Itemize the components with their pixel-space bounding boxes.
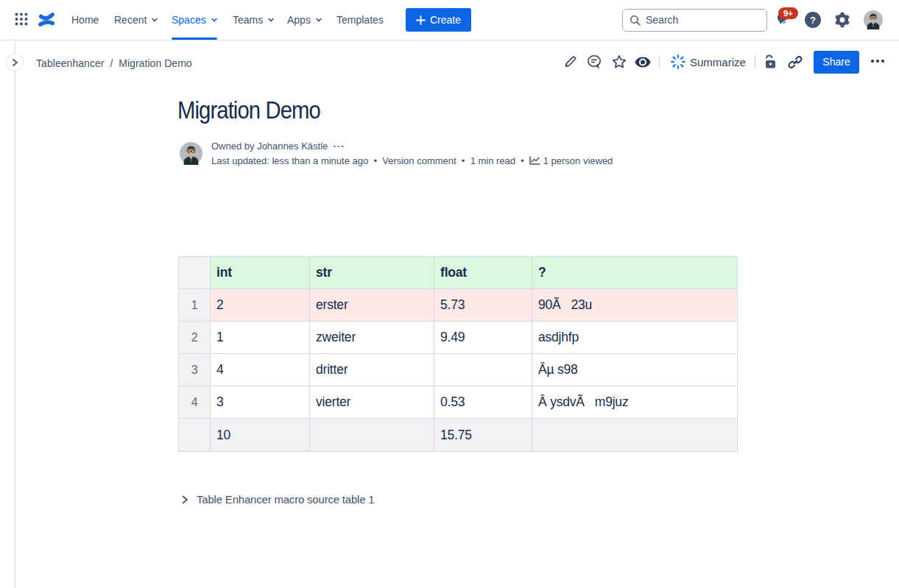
svg-text:?: ? [810,15,816,26]
